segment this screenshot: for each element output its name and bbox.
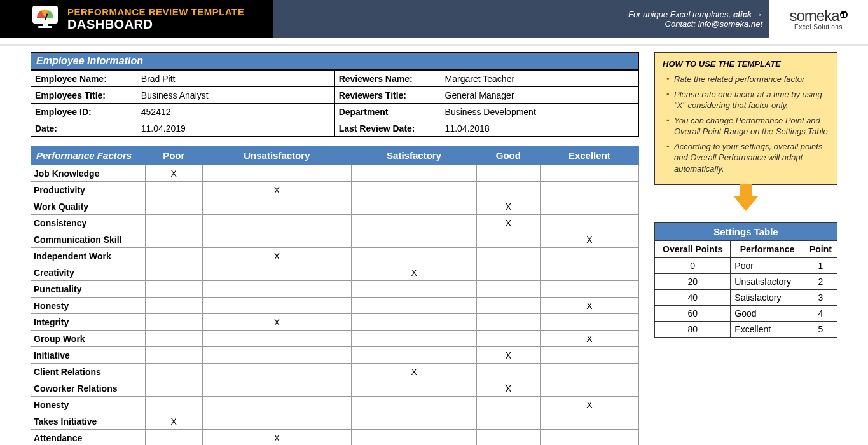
- perf-rating-cell[interactable]: [352, 331, 477, 347]
- perf-rating-cell[interactable]: [202, 364, 352, 380]
- perf-rating-cell[interactable]: [540, 264, 638, 281]
- perf-rating-cell[interactable]: [146, 397, 203, 413]
- value-date[interactable]: 11.04.2019: [137, 120, 334, 137]
- perf-rating-cell[interactable]: [146, 198, 203, 215]
- perf-rating-cell[interactable]: X: [540, 231, 638, 248]
- perf-rating-cell[interactable]: X: [476, 380, 540, 397]
- settings-point[interactable]: 2: [804, 274, 837, 290]
- perf-rating-cell[interactable]: X: [202, 430, 352, 446]
- perf-rating-cell[interactable]: [540, 198, 638, 215]
- perf-rating-cell[interactable]: [540, 314, 638, 331]
- perf-rating-cell[interactable]: [202, 347, 352, 364]
- perf-rating-cell[interactable]: X: [540, 298, 638, 314]
- perf-rating-cell[interactable]: [202, 380, 352, 397]
- perf-rating-cell[interactable]: [540, 281, 638, 298]
- settings-performance[interactable]: Poor: [731, 258, 804, 274]
- perf-rating-cell[interactable]: [476, 331, 540, 347]
- perf-rating-cell[interactable]: [540, 380, 638, 397]
- perf-rating-cell[interactable]: [540, 413, 638, 430]
- perf-rating-cell[interactable]: [476, 364, 540, 380]
- perf-rating-cell[interactable]: [352, 314, 477, 331]
- perf-rating-cell[interactable]: X: [146, 413, 203, 430]
- value-department[interactable]: Business Development: [441, 104, 638, 120]
- perf-rating-cell[interactable]: [146, 430, 203, 446]
- perf-rating-cell[interactable]: [146, 231, 203, 248]
- perf-rating-cell[interactable]: X: [202, 314, 352, 331]
- perf-rating-cell[interactable]: X: [540, 397, 638, 413]
- settings-point[interactable]: 1: [804, 258, 837, 274]
- perf-rating-cell[interactable]: [352, 281, 477, 298]
- perf-rating-cell[interactable]: [352, 380, 477, 397]
- perf-rating-cell[interactable]: [352, 413, 477, 430]
- perf-rating-cell[interactable]: [476, 298, 540, 314]
- settings-point[interactable]: 4: [804, 306, 837, 322]
- perf-rating-cell[interactable]: [476, 314, 540, 331]
- perf-rating-cell[interactable]: X: [352, 264, 477, 281]
- perf-rating-cell[interactable]: X: [202, 182, 352, 198]
- perf-rating-cell[interactable]: [476, 165, 540, 182]
- perf-rating-cell[interactable]: [352, 165, 477, 182]
- perf-rating-cell[interactable]: [352, 430, 477, 446]
- perf-rating-cell[interactable]: X: [476, 198, 540, 215]
- value-employee-id[interactable]: 452412: [137, 104, 334, 120]
- perf-rating-cell[interactable]: [352, 182, 477, 198]
- value-last-review[interactable]: 11.04.2018: [441, 120, 638, 137]
- perf-rating-cell[interactable]: [352, 248, 477, 264]
- perf-rating-cell[interactable]: X: [146, 165, 203, 182]
- settings-overall-points[interactable]: 40: [655, 290, 731, 306]
- perf-rating-cell[interactable]: [146, 314, 203, 331]
- perf-rating-cell[interactable]: [540, 248, 638, 264]
- perf-rating-cell[interactable]: [202, 331, 352, 347]
- perf-rating-cell[interactable]: [476, 281, 540, 298]
- perf-rating-cell[interactable]: X: [540, 331, 638, 347]
- perf-rating-cell[interactable]: [202, 397, 352, 413]
- perf-rating-cell[interactable]: [146, 264, 203, 281]
- perf-rating-cell[interactable]: [202, 231, 352, 248]
- value-reviewer-name[interactable]: Margaret Teacher: [441, 71, 638, 87]
- perf-rating-cell[interactable]: [540, 430, 638, 446]
- perf-rating-cell[interactable]: X: [352, 364, 477, 380]
- perf-rating-cell[interactable]: [352, 215, 477, 231]
- perf-rating-cell[interactable]: [352, 231, 477, 248]
- perf-rating-cell[interactable]: [146, 380, 203, 397]
- perf-rating-cell[interactable]: [540, 215, 638, 231]
- settings-performance[interactable]: Unsatisfactory: [731, 274, 804, 290]
- perf-rating-cell[interactable]: [352, 298, 477, 314]
- settings-overall-points[interactable]: 60: [655, 306, 731, 322]
- perf-rating-cell[interactable]: [146, 298, 203, 314]
- perf-rating-cell[interactable]: [540, 364, 638, 380]
- settings-performance[interactable]: Satisfactory: [731, 290, 804, 306]
- perf-rating-cell[interactable]: [202, 298, 352, 314]
- perf-rating-cell[interactable]: [476, 248, 540, 264]
- settings-overall-points[interactable]: 80: [655, 322, 731, 338]
- perf-rating-cell[interactable]: [202, 281, 352, 298]
- value-employee-title[interactable]: Business Analyst: [137, 87, 334, 104]
- settings-point[interactable]: 5: [804, 322, 837, 338]
- perf-rating-cell[interactable]: [476, 182, 540, 198]
- perf-rating-cell[interactable]: X: [476, 215, 540, 231]
- perf-rating-cell[interactable]: [202, 165, 352, 182]
- someka-logo[interactable]: someka Excel Solutions: [771, 2, 866, 36]
- perf-rating-cell[interactable]: [146, 331, 203, 347]
- settings-performance[interactable]: Good: [731, 306, 804, 322]
- perf-rating-cell[interactable]: [202, 413, 352, 430]
- perf-rating-cell[interactable]: [476, 413, 540, 430]
- perf-rating-cell[interactable]: [540, 347, 638, 364]
- settings-overall-points[interactable]: 20: [655, 274, 731, 290]
- settings-point[interactable]: 3: [804, 290, 837, 306]
- perf-rating-cell[interactable]: [146, 347, 203, 364]
- perf-rating-cell[interactable]: [146, 281, 203, 298]
- perf-rating-cell[interactable]: [476, 430, 540, 446]
- perf-rating-cell[interactable]: [476, 231, 540, 248]
- perf-rating-cell[interactable]: [352, 198, 477, 215]
- settings-overall-points[interactable]: 0: [655, 258, 731, 274]
- perf-rating-cell[interactable]: [476, 397, 540, 413]
- perf-rating-cell[interactable]: [476, 264, 540, 281]
- perf-rating-cell[interactable]: [146, 182, 203, 198]
- perf-rating-cell[interactable]: [146, 215, 203, 231]
- perf-rating-cell[interactable]: X: [202, 248, 352, 264]
- perf-rating-cell[interactable]: [146, 364, 203, 380]
- value-employee-name[interactable]: Brad Pitt: [137, 71, 334, 87]
- value-reviewer-title[interactable]: General Manager: [441, 87, 638, 104]
- perf-rating-cell[interactable]: [202, 198, 352, 215]
